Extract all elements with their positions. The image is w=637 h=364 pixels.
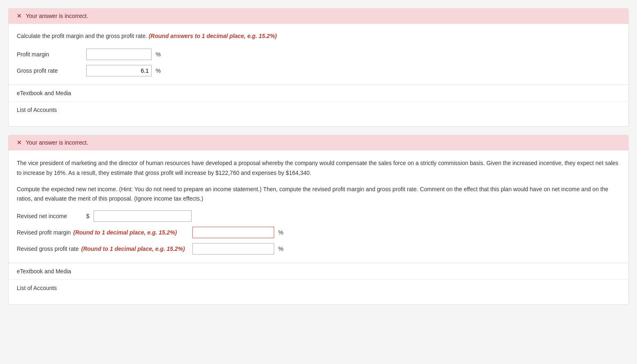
list-of-accounts-btn-2[interactable]: List of Accounts (9, 280, 628, 296)
revised-gross-profit-rate-label: Revised gross profit rate (Round to 1 de… (17, 246, 188, 252)
revised-net-income-row: Revised net income $ (17, 210, 620, 222)
error-icon-2: ✕ (17, 139, 22, 146)
revised-net-income-label: Revised net income (17, 213, 82, 219)
paragraph-1: The vice president of marketing and the … (17, 159, 620, 178)
paragraph-2: Compute the expected new net income. (Hi… (17, 185, 620, 204)
revised-net-income-prefix: $ (86, 213, 89, 219)
question-text-1: Calculate the profit margin and the gros… (17, 32, 620, 40)
list-of-accounts-btn-1[interactable]: List of Accounts (9, 102, 628, 118)
profit-margin-input[interactable] (86, 49, 152, 60)
gross-profit-rate-label: Gross profit rate (17, 67, 82, 74)
section-2-body: The vice president of marketing and the … (9, 159, 628, 255)
section-1-body: Calculate the profit margin and the gros… (9, 32, 628, 76)
error-text-2: Your answer is incorrect. (26, 139, 88, 146)
round-note-1: (Round answers to 1 decimal place, e.g. … (149, 33, 277, 39)
error-icon-1: ✕ (17, 13, 22, 19)
error-text-1: Your answer is incorrect. (26, 13, 88, 19)
revised-profit-margin-label: Revised profit margin (Round to 1 decima… (17, 229, 188, 236)
error-banner-1: ✕ Your answer is incorrect. (9, 9, 628, 24)
gross-profit-rate-row: Gross profit rate % (17, 65, 620, 76)
revised-gross-profit-rate-unit: % (278, 246, 283, 252)
etextbook-media-btn-1[interactable]: eTextbook and Media (9, 85, 628, 102)
question-main-1: Calculate the profit margin and the gros… (17, 33, 147, 39)
profit-margin-unit: % (156, 51, 161, 58)
revised-gross-profit-rate-row: Revised gross profit rate (Round to 1 de… (17, 243, 620, 255)
etextbook-media-btn-2[interactable]: eTextbook and Media (9, 263, 628, 280)
profit-margin-label: Profit margin (17, 51, 82, 58)
resource-section-2: eTextbook and Media List of Accounts (9, 263, 628, 296)
gross-profit-rate-unit: % (156, 67, 161, 74)
error-banner-2: ✕ Your answer is incorrect. (9, 135, 628, 150)
section-2: ✕ Your answer is incorrect. The vice pre… (8, 135, 629, 305)
profit-margin-row: Profit margin % (17, 49, 620, 60)
revised-profit-margin-row: Revised profit margin (Round to 1 decima… (17, 227, 620, 238)
revised-gross-profit-rate-input[interactable] (192, 243, 274, 255)
revised-net-income-input[interactable] (94, 210, 192, 222)
revised-profit-margin-input[interactable] (192, 227, 274, 238)
revised-profit-margin-unit: % (278, 229, 283, 236)
revised-gross-profit-rate-note: (Round to 1 decimal place, e.g. 15.2%) (81, 246, 185, 252)
section-1: ✕ Your answer is incorrect. Calculate th… (8, 8, 629, 127)
revised-profit-margin-note: (Round to 1 decimal place, e.g. 15.2%) (73, 229, 177, 236)
resource-section-1: eTextbook and Media List of Accounts (9, 85, 628, 118)
gross-profit-rate-input[interactable] (86, 65, 152, 76)
